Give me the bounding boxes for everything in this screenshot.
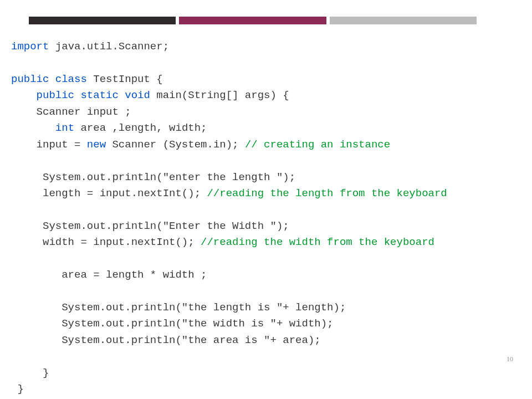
page-number: 10 [507,355,513,364]
code-text: width = input.nextInt(); [11,236,201,248]
keyword: int [55,122,74,134]
keyword: public class [11,73,87,85]
keyword: import [11,40,49,53]
code-text: System.out.println("the width is "+ widt… [11,318,334,330]
bar-maroon [179,17,326,24]
code-text: Scanner (System.in); [106,139,245,151]
code-text: Scanner input ; [11,106,131,118]
code-block: import java.util.Scanner; public class T… [11,39,447,398]
code-text: System.out.println("Enter the Width "); [11,220,289,232]
comment: // creating an instance [245,139,390,151]
code-text: area ,length, width; [74,122,207,134]
code-text: } [11,367,49,379]
code-text [11,122,55,134]
code-text: } [11,383,24,395]
keyword: new [87,139,106,151]
code-text: java.util.Scanner; [49,40,169,53]
code-text: System.out.println("the area is "+ area)… [11,334,321,346]
code-text: input = [11,139,87,151]
code-text: length = input.nextInt(); [11,187,207,200]
code-text: System.out.println("enter the length "); [11,171,295,183]
code-text: System.out.println("the length is "+ len… [11,301,346,314]
code-text: TestInput { [87,73,163,85]
code-text: area = length * width ; [11,269,207,281]
bar-grey [330,17,477,24]
header-bars [29,17,477,24]
code-text: main(String[] args) { [150,89,289,101]
bar-dark [29,17,176,24]
comment: //reading the width from the keyboard [201,236,434,248]
comment: //reading the length from the keyboard [207,187,447,200]
keyword: public static void [37,89,150,101]
code-text [11,89,37,101]
